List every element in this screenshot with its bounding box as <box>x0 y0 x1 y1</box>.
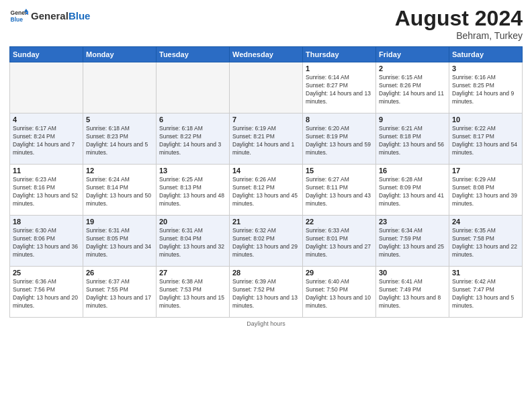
day-info: Sunrise: 6:36 AM Sunset: 7:56 PM Dayligh… <box>13 278 80 310</box>
day-number: 31 <box>452 269 519 277</box>
day-number: 21 <box>232 218 300 226</box>
weekday-header-row: SundayMondayTuesdayWednesdayThursdayFrid… <box>10 47 523 62</box>
day-cell: 23Sunrise: 6:34 AM Sunset: 7:59 PM Dayli… <box>376 216 449 267</box>
day-number: 29 <box>306 269 373 277</box>
day-cell: 3Sunrise: 6:16 AM Sunset: 8:25 PM Daylig… <box>449 62 523 113</box>
day-info: Sunrise: 6:22 AM Sunset: 8:17 PM Dayligh… <box>452 125 519 157</box>
day-cell: 31Sunrise: 6:42 AM Sunset: 7:47 PM Dayli… <box>449 267 523 318</box>
day-cell: 5Sunrise: 6:18 AM Sunset: 8:23 PM Daylig… <box>83 113 157 165</box>
day-info: Sunrise: 6:31 AM Sunset: 8:05 PM Dayligh… <box>86 227 153 259</box>
day-number: 2 <box>379 64 446 73</box>
day-info: Sunrise: 6:33 AM Sunset: 8:01 PM Dayligh… <box>306 227 373 259</box>
day-number: 8 <box>306 116 373 124</box>
day-cell: 7Sunrise: 6:19 AM Sunset: 8:21 PM Daylig… <box>230 113 303 165</box>
day-cell <box>157 62 230 113</box>
day-cell <box>230 62 303 113</box>
day-info: Sunrise: 6:35 AM Sunset: 7:58 PM Dayligh… <box>452 227 519 259</box>
day-number: 14 <box>232 167 300 175</box>
day-cell: 27Sunrise: 6:38 AM Sunset: 7:53 PM Dayli… <box>157 267 230 318</box>
day-cell: 25Sunrise: 6:36 AM Sunset: 7:56 PM Dayli… <box>10 267 83 318</box>
day-number: 28 <box>232 269 300 277</box>
day-cell: 10Sunrise: 6:22 AM Sunset: 8:17 PM Dayli… <box>449 113 523 165</box>
day-cell: 22Sunrise: 6:33 AM Sunset: 8:01 PM Dayli… <box>303 216 376 267</box>
day-info: Sunrise: 6:30 AM Sunset: 8:06 PM Dayligh… <box>13 227 80 259</box>
day-info: Sunrise: 6:19 AM Sunset: 8:21 PM Dayligh… <box>232 125 300 157</box>
day-number: 13 <box>159 167 226 175</box>
day-cell: 1Sunrise: 6:14 AM Sunset: 8:27 PM Daylig… <box>303 62 376 113</box>
day-number: 27 <box>159 269 226 277</box>
svg-text:Blue: Blue <box>11 16 24 23</box>
day-cell: 30Sunrise: 6:41 AM Sunset: 7:49 PM Dayli… <box>376 267 449 318</box>
logo-blue: Blue <box>69 10 91 21</box>
day-number: 5 <box>86 116 153 124</box>
day-number: 6 <box>159 116 226 124</box>
weekday-sunday: Sunday <box>10 47 83 62</box>
day-number: 1 <box>306 64 373 73</box>
day-info: Sunrise: 6:15 AM Sunset: 8:26 PM Dayligh… <box>379 74 446 106</box>
weekday-friday: Friday <box>376 47 449 62</box>
day-cell: 9Sunrise: 6:21 AM Sunset: 8:18 PM Daylig… <box>376 113 449 165</box>
day-cell: 24Sunrise: 6:35 AM Sunset: 7:58 PM Dayli… <box>449 216 523 267</box>
logo-icon: General Blue <box>9 7 28 26</box>
day-cell: 26Sunrise: 6:37 AM Sunset: 7:55 PM Dayli… <box>83 267 157 318</box>
day-info: Sunrise: 6:27 AM Sunset: 8:11 PM Dayligh… <box>306 176 373 208</box>
day-info: Sunrise: 6:34 AM Sunset: 7:59 PM Dayligh… <box>379 227 446 259</box>
day-cell: 28Sunrise: 6:39 AM Sunset: 7:52 PM Dayli… <box>230 267 303 318</box>
day-cell: 14Sunrise: 6:26 AM Sunset: 8:12 PM Dayli… <box>230 165 303 216</box>
day-cell: 11Sunrise: 6:23 AM Sunset: 8:16 PM Dayli… <box>10 165 83 216</box>
day-info: Sunrise: 6:23 AM Sunset: 8:16 PM Dayligh… <box>13 176 80 208</box>
day-number: 7 <box>232 116 300 124</box>
day-cell: 20Sunrise: 6:31 AM Sunset: 8:04 PM Dayli… <box>157 216 230 267</box>
day-cell: 6Sunrise: 6:18 AM Sunset: 8:22 PM Daylig… <box>157 113 230 165</box>
day-info: Sunrise: 6:20 AM Sunset: 8:19 PM Dayligh… <box>306 125 373 157</box>
weekday-monday: Monday <box>83 47 157 62</box>
day-number: 17 <box>452 167 519 175</box>
day-number: 10 <box>452 116 519 124</box>
day-info: Sunrise: 6:18 AM Sunset: 8:22 PM Dayligh… <box>159 125 226 157</box>
day-cell: 2Sunrise: 6:15 AM Sunset: 8:26 PM Daylig… <box>376 62 449 113</box>
day-info: Sunrise: 6:26 AM Sunset: 8:12 PM Dayligh… <box>232 176 300 208</box>
day-info: Sunrise: 6:41 AM Sunset: 7:49 PM Dayligh… <box>379 278 446 310</box>
day-cell: 17Sunrise: 6:29 AM Sunset: 8:08 PM Dayli… <box>449 165 523 216</box>
header: General Blue GeneralBlue August 2024 Beh… <box>9 7 523 41</box>
weekday-saturday: Saturday <box>449 47 523 62</box>
day-info: Sunrise: 6:38 AM Sunset: 7:53 PM Dayligh… <box>159 278 226 310</box>
day-number: 30 <box>379 269 446 277</box>
day-cell: 18Sunrise: 6:30 AM Sunset: 8:06 PM Dayli… <box>10 216 83 267</box>
day-info: Sunrise: 6:14 AM Sunset: 8:27 PM Dayligh… <box>306 74 373 106</box>
day-info: Sunrise: 6:40 AM Sunset: 7:50 PM Dayligh… <box>306 278 373 310</box>
day-info: Sunrise: 6:25 AM Sunset: 8:13 PM Dayligh… <box>159 176 226 208</box>
day-info: Sunrise: 6:28 AM Sunset: 8:09 PM Dayligh… <box>379 176 446 208</box>
day-info: Sunrise: 6:29 AM Sunset: 8:08 PM Dayligh… <box>452 176 519 208</box>
day-number: 18 <box>13 218 80 226</box>
calendar-table: SundayMondayTuesdayWednesdayThursdayFrid… <box>9 46 523 318</box>
logo-general: General <box>31 10 69 21</box>
day-number: 20 <box>159 218 226 226</box>
day-cell: 15Sunrise: 6:27 AM Sunset: 8:11 PM Dayli… <box>303 165 376 216</box>
day-number: 19 <box>86 218 153 226</box>
weekday-thursday: Thursday <box>303 47 376 62</box>
day-info: Sunrise: 6:21 AM Sunset: 8:18 PM Dayligh… <box>379 125 446 157</box>
day-cell: 16Sunrise: 6:28 AM Sunset: 8:09 PM Dayli… <box>376 165 449 216</box>
week-row-1: 1Sunrise: 6:14 AM Sunset: 8:27 PM Daylig… <box>10 62 523 113</box>
day-number: 11 <box>13 167 80 175</box>
week-row-4: 18Sunrise: 6:30 AM Sunset: 8:06 PM Dayli… <box>10 216 523 267</box>
weekday-tuesday: Tuesday <box>157 47 230 62</box>
day-cell: 12Sunrise: 6:24 AM Sunset: 8:14 PM Dayli… <box>83 165 157 216</box>
day-number: 23 <box>379 218 446 226</box>
footer-note: Daylight hours <box>9 320 523 327</box>
day-cell <box>83 62 157 113</box>
day-cell: 21Sunrise: 6:32 AM Sunset: 8:02 PM Dayli… <box>230 216 303 267</box>
day-cell: 4Sunrise: 6:17 AM Sunset: 8:24 PM Daylig… <box>10 113 83 165</box>
day-number: 22 <box>306 218 373 226</box>
day-cell: 8Sunrise: 6:20 AM Sunset: 8:19 PM Daylig… <box>303 113 376 165</box>
day-info: Sunrise: 6:24 AM Sunset: 8:14 PM Dayligh… <box>86 176 153 208</box>
page: General Blue GeneralBlue August 2024 Beh… <box>0 0 532 411</box>
day-info: Sunrise: 6:39 AM Sunset: 7:52 PM Dayligh… <box>232 278 300 310</box>
day-number: 12 <box>86 167 153 175</box>
logo: General Blue GeneralBlue <box>9 7 90 26</box>
week-row-5: 25Sunrise: 6:36 AM Sunset: 7:56 PM Dayli… <box>10 267 523 318</box>
title-block: August 2024 Behram, Turkey <box>395 7 523 41</box>
day-cell: 29Sunrise: 6:40 AM Sunset: 7:50 PM Dayli… <box>303 267 376 318</box>
logo-text-block: GeneralBlue <box>31 10 90 21</box>
